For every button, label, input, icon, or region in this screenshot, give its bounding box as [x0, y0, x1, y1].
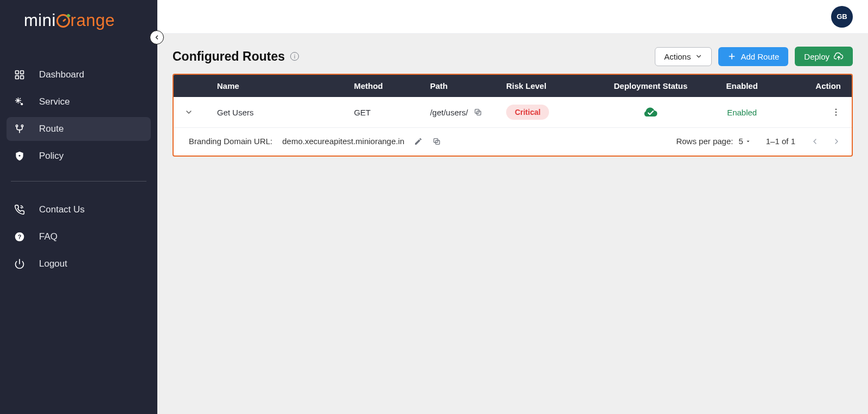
col-name: Name [217, 81, 354, 90]
cell-risk: Critical [506, 105, 597, 120]
deploy-label: Deploy [804, 52, 829, 61]
route-icon [13, 124, 26, 134]
sidebar-item-dashboard[interactable]: Dashboard [7, 63, 151, 87]
sidebar-item-label: FAQ [39, 231, 58, 242]
rows-per-page-select[interactable]: 5 [738, 137, 750, 146]
svg-point-5 [21, 103, 23, 105]
table-footer: Branding Domain URL: demo.xecureapitest.… [174, 128, 852, 156]
svg-point-16 [835, 114, 837, 116]
chevron-down-icon [695, 53, 703, 60]
pagination-range: 1–1 of 1 [766, 137, 795, 146]
nav-divider [11, 181, 146, 182]
sidebar-item-label: Contact Us [39, 204, 85, 215]
sidebar-item-label: Dashboard [39, 69, 84, 80]
col-deployment: Deployment Status [597, 81, 704, 90]
info-icon[interactable]: i [290, 52, 299, 61]
help-icon: ? [13, 231, 26, 242]
svg-rect-2 [16, 76, 19, 79]
chevron-left-icon [810, 137, 819, 146]
page-title: Configured Routes [173, 49, 285, 64]
avatar-initials: GB [837, 12, 847, 21]
sidebar-item-logout[interactable]: Logout [7, 252, 151, 276]
user-avatar[interactable]: GB [831, 6, 853, 28]
pencil-icon [414, 137, 423, 146]
table-header-row: Name Method Path Risk Level Deployment S… [174, 75, 852, 97]
row-menu-button[interactable] [780, 107, 841, 117]
chevron-right-icon [832, 137, 841, 146]
cell-name: Get Users [217, 108, 354, 117]
sidebar-item-label: Route [39, 124, 63, 134]
deploy-button[interactable]: Deploy [795, 47, 853, 66]
sidebar-item-label: Service [39, 96, 70, 107]
sidebar-item-contact[interactable]: Contact Us [7, 198, 151, 222]
caret-down-icon [745, 139, 751, 144]
phone-icon [13, 204, 26, 215]
content: Configured Routes i Actions Add Route De… [157, 34, 868, 414]
sidebar: minirange Dashboard Service Route [0, 0, 157, 414]
col-method: Method [354, 81, 430, 90]
sidebar-item-policy[interactable]: Policy [7, 144, 151, 168]
expand-row-button[interactable] [184, 108, 217, 117]
col-action: Action [780, 81, 841, 90]
svg-rect-1 [21, 71, 24, 74]
svg-rect-0 [16, 71, 19, 74]
col-path: Path [430, 81, 506, 90]
svg-rect-3 [21, 76, 24, 79]
routes-table: Name Method Path Risk Level Deployment S… [173, 74, 853, 157]
table-row: Get Users GET /get/users/ Critical Enabl… [174, 97, 852, 128]
copy-icon [432, 137, 441, 146]
brand-part2: range [71, 11, 115, 30]
cloud-upload-icon [834, 51, 844, 61]
actions-label: Actions [664, 52, 691, 61]
next-page-button[interactable] [832, 137, 841, 146]
plus-icon [727, 52, 736, 61]
primary-nav: Dashboard Service Route Policy Contac [0, 43, 157, 276]
add-route-label: Add Route [741, 52, 779, 61]
copy-icon [474, 108, 482, 117]
chevron-left-icon [154, 34, 160, 41]
risk-badge: Critical [506, 105, 549, 120]
brand-logo: minirange [0, 0, 157, 43]
main: GB Configured Routes i Actions Add Route… [157, 0, 868, 414]
cell-path: /get/users/ [430, 108, 506, 117]
sidebar-item-faq[interactable]: ? FAQ [7, 225, 151, 249]
sidebar-item-label: Policy [39, 151, 63, 161]
power-icon [13, 258, 26, 269]
edit-branding-button[interactable] [414, 137, 423, 146]
rows-per-page-label: Rows per page: [676, 137, 733, 146]
prev-page-button[interactable] [810, 137, 819, 146]
copy-branding-button[interactable] [432, 137, 441, 146]
cell-path-text: /get/users/ [430, 108, 468, 117]
cell-enabled: Enabled [704, 108, 780, 117]
topbar: GB [157, 0, 868, 34]
chevron-down-icon [184, 108, 193, 117]
copy-path-button[interactable] [474, 108, 482, 117]
brand-part1: mini [24, 11, 56, 30]
gears-icon [13, 96, 26, 107]
col-risk: Risk Level [506, 81, 597, 90]
add-route-button[interactable]: Add Route [718, 47, 788, 66]
shield-icon [13, 151, 26, 161]
sidebar-item-route[interactable]: Route [7, 117, 151, 141]
cell-deployment [597, 106, 704, 118]
cell-method: GET [354, 108, 430, 117]
cloud-check-icon [643, 106, 658, 118]
svg-point-8 [19, 155, 21, 157]
page-header: Configured Routes i Actions Add Route De… [173, 47, 853, 66]
rows-per-page-value: 5 [738, 137, 743, 146]
header-actions: Actions Add Route Deploy [655, 47, 853, 66]
branding-url-label: Branding Domain URL: [189, 137, 272, 146]
actions-dropdown-button[interactable]: Actions [655, 47, 712, 66]
col-enabled: Enabled [704, 81, 780, 90]
rows-per-page: Rows per page: 5 [676, 137, 750, 146]
more-vertical-icon [831, 107, 841, 117]
branding-url-value: demo.xecureapitest.miniorange.in [282, 137, 404, 146]
svg-point-14 [835, 108, 837, 110]
svg-text:?: ? [18, 234, 22, 240]
sidebar-item-label: Logout [39, 258, 67, 269]
sidebar-collapse-button[interactable] [150, 30, 164, 44]
brand-clock-icon [56, 14, 70, 28]
dashboard-icon [13, 69, 26, 80]
sidebar-item-service[interactable]: Service [7, 90, 151, 114]
svg-point-15 [835, 112, 837, 113]
